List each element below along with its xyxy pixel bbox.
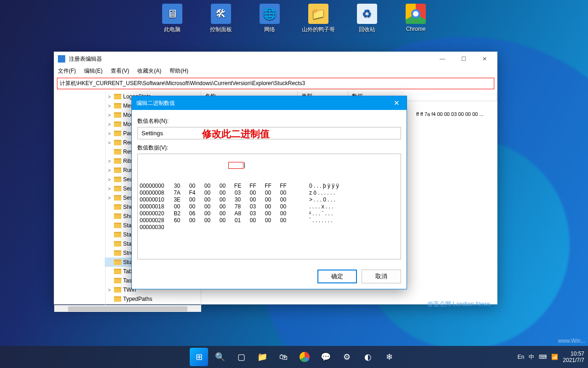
annotation-text: 修改此二进制值 — [202, 127, 270, 140]
pc-icon: 🖥 — [162, 4, 182, 24]
folder-icon — [114, 287, 121, 293]
folder-icon — [114, 259, 121, 265]
network-icon: 🌐 — [260, 4, 280, 24]
recycle-bin-icon: ♻ — [357, 4, 377, 24]
edit-binary-dialog: 编辑二进制数值 ✕ 数值名称(N): 数值数据(V): 000000003000… — [131, 96, 407, 289]
expand-icon[interactable]: > — [107, 122, 112, 127]
menu-file[interactable]: 文件(F) — [58, 67, 76, 75]
tray-keyboard-icon[interactable]: ⌨ — [539, 354, 547, 360]
expand-icon[interactable]: > — [107, 177, 112, 182]
expand-icon[interactable]: > — [107, 140, 112, 145]
taskview-button[interactable]: ▢ — [232, 348, 250, 366]
explorer-button[interactable]: 📁 — [253, 348, 271, 366]
system-tray[interactable]: En 中 ⌨ 📶 10:57 2021/7/7 — [518, 351, 584, 363]
folder-icon — [114, 121, 121, 127]
tray-ime-ch[interactable]: 中 — [529, 353, 534, 361]
close-button[interactable]: ✕ — [474, 52, 495, 66]
tree-node-label: TypedPaths — [123, 296, 152, 302]
window-title: 注册表编辑器 — [69, 55, 428, 63]
highlight-cell — [228, 162, 243, 169]
folder-icon — [114, 140, 121, 145]
wechat-icon[interactable]: 💬 — [317, 348, 335, 366]
expand-icon[interactable]: > — [107, 94, 112, 99]
desktop-icon-control-panel[interactable]: 🛠控制面板 — [204, 4, 237, 34]
expand-icon[interactable]: > — [107, 113, 112, 118]
folder-icon — [114, 250, 121, 256]
folder-icon — [114, 296, 121, 302]
app-icon-2[interactable]: ❄ — [380, 348, 398, 366]
chrome-taskbar-icon[interactable] — [295, 348, 314, 366]
hex-row[interactable]: 00000020B2060000A8030000² . . . ¨ . . . — [140, 210, 399, 217]
folder-icon — [114, 269, 121, 274]
folder-icon — [114, 149, 121, 155]
start-button[interactable]: ⊞ — [190, 348, 208, 366]
desktop-icon-recycle-bin[interactable]: ♻回收站 — [351, 4, 384, 34]
folder-icon — [114, 186, 121, 191]
folder-icon — [114, 204, 121, 210]
control-panel-icon: 🛠 — [211, 4, 231, 24]
app-icon-1[interactable]: ◐ — [359, 348, 377, 366]
folder-icon — [114, 167, 121, 173]
maximize-button[interactable]: ☐ — [453, 52, 474, 66]
tray-network-icon[interactable]: 📶 — [551, 354, 558, 360]
dialog-title: 编辑二进制数值 — [136, 99, 386, 107]
taskbar: ⊞ 🔍 ▢ 📁 🛍 💬 ⚙ ◐ ❄ En 中 ⌨ 📶 10:57 2021/7/… — [0, 346, 588, 368]
minimize-button[interactable]: — — [432, 52, 453, 66]
folder-icon — [114, 158, 121, 164]
address-bar[interactable]: 计算机\HKEY_CURRENT_USER\Software\Microsoft… — [57, 78, 494, 89]
cancel-button[interactable]: 取消 — [362, 270, 401, 283]
expand-icon[interactable]: > — [107, 131, 112, 136]
desktop-icon-folder[interactable]: 📁山外的鸭子哥 — [302, 4, 335, 34]
folder-icon — [114, 195, 121, 201]
clock[interactable]: 10:57 2021/7/7 — [563, 351, 584, 363]
folder-icon — [114, 94, 121, 99]
hex-row[interactable]: 000000087AF4000003000000z ô . . . . . . — [140, 190, 399, 196]
tray-ime-en[interactable]: En — [518, 354, 525, 360]
folder-icon — [114, 278, 121, 283]
regedit-icon — [58, 55, 65, 63]
hex-row[interactable]: 000000286000000001000000` . . . . . . . — [140, 217, 399, 224]
settings-icon[interactable]: ⚙ — [338, 348, 356, 366]
menu-bar: 文件(F) 编辑(E) 查看(V) 收藏夹(A) 帮助(H) — [54, 66, 497, 76]
value-data-preview[interactable]: ff ff 7a f4 00 00 03 00 00 00 ... — [413, 109, 487, 119]
menu-help[interactable]: 帮助(H) — [170, 67, 188, 75]
value-name-label: 数值名称(N): — [137, 117, 401, 125]
desktop-icon-this-pc[interactable]: 🖥此电脑 — [156, 4, 189, 34]
expand-icon[interactable]: > — [107, 186, 112, 191]
expand-icon[interactable]: > — [107, 104, 112, 109]
folder-icon: 📁 — [308, 4, 328, 24]
text-caret — [244, 162, 245, 168]
folder-icon — [114, 103, 121, 109]
corner-watermark: www.Win... — [558, 338, 585, 344]
hex-row[interactable]: 0000000030000000FEFFFFFF0 . . . þ ÿ ÿ ÿ — [140, 183, 399, 190]
horizontal-scrollbar[interactable] — [54, 305, 201, 312]
desktop-icon-network[interactable]: 🌐网络 — [253, 4, 286, 34]
value-data-label: 数值数据(V): — [137, 144, 401, 152]
folder-icon — [114, 223, 121, 228]
desktop-icon-chrome[interactable]: Chrome — [399, 4, 432, 34]
folder-icon — [114, 232, 121, 237]
expand-icon[interactable]: > — [107, 196, 112, 201]
expand-icon[interactable]: > — [107, 288, 112, 293]
search-button[interactable]: 🔍 — [211, 348, 229, 366]
expand-icon[interactable]: > — [107, 159, 112, 164]
tree-node[interactable]: TypedPaths — [105, 294, 201, 304]
store-button[interactable]: 🛍 — [274, 348, 293, 366]
folder-icon — [114, 213, 121, 219]
hex-row[interactable]: 00000030 — [140, 224, 399, 231]
hex-row[interactable]: 000000103E00000030000000> . . . 0 . . . — [140, 196, 399, 203]
folder-icon — [114, 177, 121, 182]
menu-favorites[interactable]: 收藏夹(A) — [137, 67, 161, 75]
folder-icon — [114, 131, 121, 136]
hex-row[interactable]: 000000180000000078030000. . . . x . . . — [140, 203, 399, 210]
menu-edit[interactable]: 编辑(E) — [84, 67, 102, 75]
chrome-icon — [406, 4, 426, 24]
titlebar[interactable]: 注册表编辑器 — ☐ ✕ — [54, 52, 497, 66]
dialog-titlebar[interactable]: 编辑二进制数值 ✕ — [132, 96, 407, 110]
ok-button[interactable]: 确定 — [317, 270, 357, 283]
hex-editor[interactable]: 0000000030000000FEFFFFFF0 . . . þ ÿ ÿ ÿ0… — [137, 154, 401, 259]
menu-view[interactable]: 查看(V) — [111, 67, 129, 75]
desktop-icons: 🖥此电脑 🛠控制面板 🌐网络 📁山外的鸭子哥 ♻回收站 Chrome — [0, 4, 588, 34]
dialog-close-button[interactable]: ✕ — [386, 96, 407, 110]
expand-icon[interactable]: > — [107, 168, 112, 173]
